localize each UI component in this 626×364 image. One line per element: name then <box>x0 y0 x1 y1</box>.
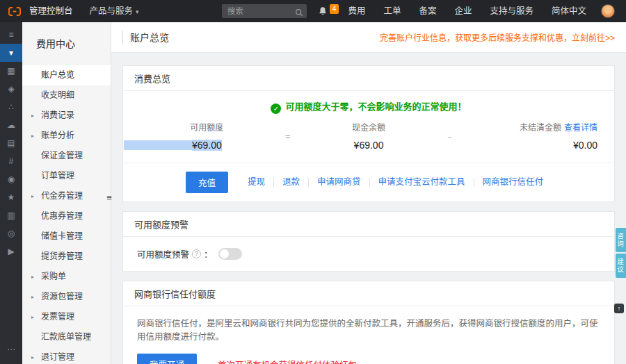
trustpay-promo-text: 首次开通有机会获得信任付体验红包 <box>218 358 357 364</box>
expand-arrow-icon[interactable]: ▶ <box>0 242 22 260</box>
bell-icon <box>318 6 328 16</box>
security-icon[interactable]: ◈ <box>0 80 22 98</box>
consumption-overview-card: 消费总览 ✓可用额度大于零，不会影响业务的正常使用！ 可用额度 ¥69.00 =… <box>122 65 615 202</box>
quota-status-message: ✓可用额度大于零，不会影响业务的正常使用！ <box>123 91 614 117</box>
cloud-icon[interactable]: ☁ <box>0 116 22 134</box>
code-icon[interactable]: # <box>0 152 22 170</box>
refund-link[interactable]: 退款 <box>274 178 309 187</box>
suggestion-tab[interactable]: 建议 <box>616 254 626 278</box>
sidebar-item-remittance-management[interactable]: 汇款底单管理 <box>22 327 111 347</box>
expand-arrow-icon: ▸ <box>31 347 34 364</box>
expand-arrow-icon: ▸ <box>31 267 34 287</box>
expand-arrow-icon: ▸ <box>31 307 34 327</box>
collapse-menu-icon[interactable]: ≡ <box>0 26 22 44</box>
search-input[interactable] <box>222 4 307 18</box>
withdraw-link[interactable]: 提现 <box>239 178 274 187</box>
sidebar-item-label: 汇款底单管理 <box>41 332 91 342</box>
nav-item-workorder[interactable]: 工单 <box>374 0 410 22</box>
sidebar-item-bill-analysis[interactable]: ▸账单分析 <box>22 126 111 146</box>
page-header: 账户总览 完善账户行业信息，获取更多后续服务支撑和优惠，立刻前往>> <box>111 22 626 53</box>
sidebar-item-pickup-voucher-management[interactable]: 提货券管理 <box>22 247 111 267</box>
sidebar-item-account-overview[interactable]: 账户总览 <box>22 65 111 85</box>
back-to-top-button[interactable]: ↑ <box>614 304 624 313</box>
balance-actions-row: 充值 提现 退款 申请网商贷 申请支付宝云付款工具 网商银行信任付 <box>123 163 614 201</box>
aliyun-logo-icon[interactable] <box>8 7 21 16</box>
network-nodes-icon[interactable]: ∴ <box>0 98 22 116</box>
floating-feedback-tabs: 咨询 建议 <box>616 228 626 279</box>
more-icon[interactable]: ⋯ <box>0 340 22 358</box>
activate-trustpay-button[interactable]: 我要开通 <box>137 354 197 364</box>
notifications-button[interactable]: 4 <box>318 6 339 16</box>
analytics-chart-icon[interactable]: ▥ <box>0 206 22 224</box>
available-quota-column: 可用额度 ¥69.00 <box>140 121 274 151</box>
status-text: 可用额度大于零，不会影响业务的正常使用！ <box>285 101 466 112</box>
sidebar-item-label: 储值卡管理 <box>41 231 83 241</box>
sidebar-item-label: 订单管理 <box>41 171 74 181</box>
account-industry-promo-link[interactable]: 完善账户行业信息，获取更多后续服务支撑和优惠，立刻前往>> <box>380 31 615 43</box>
balance-row: 可用额度 ¥69.00 = 现金余额 ¥69.00 - 未结清金额查看详情 ¥0… <box>123 117 614 163</box>
sidebar-item-label: 退订管理 <box>41 352 74 362</box>
products-services-menu[interactable]: 产品与服务▾ <box>90 0 139 23</box>
sidebar-item-income-expense[interactable]: 收支明细 <box>22 85 111 106</box>
outstanding-label: 未结清金额 <box>520 123 561 133</box>
card-title: 可用额度预警 <box>123 212 614 237</box>
sidebar-item-label: 消费记录 <box>41 110 74 120</box>
sidebar-item-label: 优惠券管理 <box>41 211 83 221</box>
cash-balance-label: 现金余额 <box>302 121 436 133</box>
icon-rail: ≡ ▾ ▦ ◈ ∴ ☁ ▤ # ◉ ★ ▥ ◎ ▶ ⋯ <box>0 22 22 364</box>
billing-sidebar: 费用中心 账户总览 收支明细 ▸消费记录 ▸账单分析 保证金管理 订单管理 ▸代… <box>22 22 111 364</box>
quota-alert-label: 可用额度预警 <box>137 247 189 260</box>
outstanding-value: ¥0.00 <box>573 140 597 151</box>
outstanding-column: 未结清金额查看详情 ¥0.00 <box>463 121 597 151</box>
sidebar-item-label: 保证金管理 <box>41 151 83 160</box>
sidebar-item-coupon-management[interactable]: 优惠券管理 <box>22 206 111 226</box>
nav-item-icp-filing[interactable]: 备案 <box>410 0 445 22</box>
watch-icon[interactable]: ◎ <box>0 224 22 242</box>
card-title: 消费总览 <box>123 66 614 91</box>
available-quota-value: ¥69.00 <box>192 140 222 151</box>
sidebar-item-purchase-orders[interactable]: ▸采购单 <box>22 267 111 287</box>
sidebar-item-deposit-management[interactable]: 保证金管理 <box>22 146 111 166</box>
sidebar-item-resource-package-management[interactable]: ▸资源包管理 <box>22 287 111 307</box>
apply-alipay-payment-tool-link[interactable]: 申请支付宝云付款工具 <box>370 178 474 187</box>
sidebar-collapse-handle[interactable]: ≡ <box>104 188 114 208</box>
search-icon[interactable] <box>295 7 303 19</box>
sidebar-item-consumption-records[interactable]: ▸消费记录 <box>22 106 111 126</box>
nav-item-enterprise[interactable]: 企业 <box>445 0 481 22</box>
card-title: 网商银行信任付额度 <box>123 281 614 306</box>
mybank-trustpay-link[interactable]: 网商银行信任付 <box>474 178 552 187</box>
storage-stack-icon[interactable]: ▤ <box>0 134 22 152</box>
cash-balance-column: 现金余额 ¥69.00 <box>302 121 436 151</box>
sidebar-item-label: 发票管理 <box>41 312 74 322</box>
sidebar-item-voucher-management[interactable]: ▸代金券管理 <box>22 186 111 206</box>
sidebar-item-label: 资源包管理 <box>41 292 83 301</box>
equals-operator: = <box>274 131 302 142</box>
sidebar-item-invoice-management[interactable]: ▸发票管理 <box>22 307 111 327</box>
sidebar-item-label: 账户总览 <box>41 70 74 80</box>
sidebar-item-label: 采购单 <box>41 272 66 281</box>
check-circle-icon: ✓ <box>271 104 281 114</box>
active-app-caret-icon[interactable]: ▾ <box>0 44 22 62</box>
recharge-button[interactable]: 充值 <box>186 172 228 193</box>
favorites-star-icon[interactable]: ★ <box>0 188 22 206</box>
nav-item-language[interactable]: 简体中文 <box>543 0 595 22</box>
consult-tab[interactable]: 咨询 <box>616 228 626 252</box>
user-avatar[interactable] <box>601 4 615 18</box>
nav-item-support[interactable]: 支持与服务 <box>481 0 543 22</box>
console-home-link[interactable]: 管理控制台 <box>29 0 73 22</box>
sidebar-item-order-management[interactable]: 订单管理 <box>22 166 111 186</box>
quota-alert-toggle[interactable] <box>218 248 242 260</box>
monitor-eye-icon[interactable]: ◉ <box>0 170 22 188</box>
sidebar-item-unsubscribe-management[interactable]: ▸退订管理 <box>22 347 111 364</box>
sidebar-item-label: 提货券管理 <box>41 251 83 261</box>
products-grid-icon[interactable]: ▦ <box>0 62 22 80</box>
expand-arrow-icon: ▸ <box>31 106 34 126</box>
apply-mybank-loan-link[interactable]: 申请网商贷 <box>309 178 370 187</box>
quota-alert-card: 可用额度预警 可用额度预警 ? ： <box>122 211 615 272</box>
nav-item-billing[interactable]: 费用 <box>339 0 374 22</box>
aliyun-logo-svg <box>8 7 21 16</box>
view-details-link[interactable]: 查看详情 <box>564 123 597 133</box>
sidebar-item-stored-card-management[interactable]: 储值卡管理 <box>22 226 111 247</box>
question-circle-icon[interactable]: ? <box>192 249 201 258</box>
expand-arrow-icon: ▸ <box>31 287 34 307</box>
